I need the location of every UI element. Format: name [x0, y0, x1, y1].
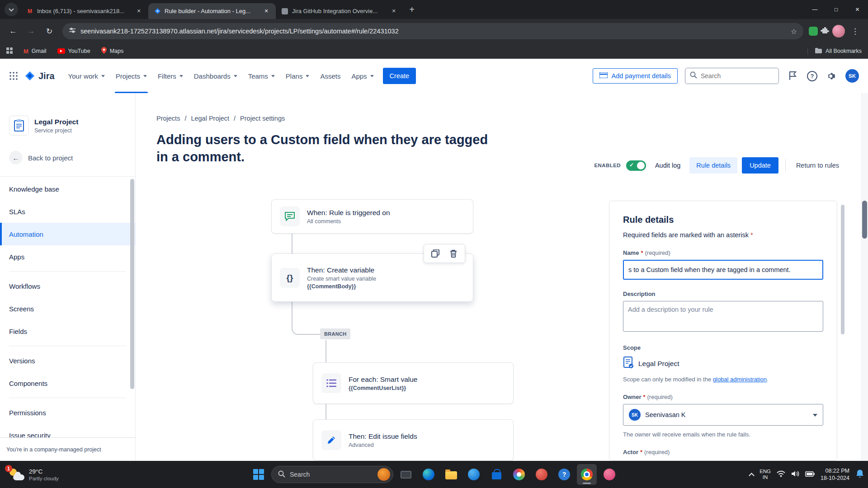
volume-icon[interactable]	[791, 470, 799, 479]
nav-assets[interactable]: Assets	[315, 59, 346, 93]
scope-label: Scope	[623, 344, 823, 351]
forward-button[interactable]: →	[24, 23, 39, 39]
back-button[interactable]: ←	[5, 23, 21, 39]
edit-issue-fields-card[interactable]: Then: Edit issue fields Advanced	[313, 419, 514, 461]
sidebar-item-fields[interactable]: Fields	[0, 320, 135, 343]
tab-close-button[interactable]: ✕	[262, 7, 270, 15]
global-search[interactable]	[685, 68, 779, 84]
weather-widget[interactable]: 1 29°C Partly cloudy	[5, 461, 62, 488]
nav-projects[interactable]: Projects	[110, 59, 152, 93]
address-bar[interactable]: seenivasank218-1725273138970.atlassian.n…	[62, 23, 803, 39]
delete-button[interactable]	[446, 246, 461, 261]
audit-log-button[interactable]: Audit log	[651, 158, 685, 173]
start-button[interactable]	[249, 464, 269, 485]
window-controls: — □ ✕	[804, 0, 868, 19]
bookmark-gmail[interactable]: M Gmail	[24, 48, 47, 55]
sidebar-item-screens[interactable]: Screens	[0, 297, 135, 320]
all-bookmarks-button[interactable]: All Bookmarks	[807, 48, 862, 55]
owner-select[interactable]: SK Seenivasan K	[623, 404, 823, 426]
site-info-icon[interactable]	[69, 27, 76, 36]
language-indicator[interactable]: ENG IN	[760, 469, 771, 480]
rule-name-input[interactable]	[623, 260, 823, 280]
create-button[interactable]: Create	[383, 68, 416, 84]
notifications-icon[interactable]	[855, 469, 864, 480]
global-administration-link[interactable]: global administration	[713, 376, 767, 383]
global-search-input[interactable]	[701, 72, 774, 80]
browser-tab-jira-github[interactable]: Jira GitHub Integration Overvie... ✕	[276, 3, 403, 19]
nav-filters[interactable]: Filters	[152, 59, 189, 93]
add-payment-button[interactable]: Add payment details	[593, 68, 678, 84]
return-to-rules-button[interactable]: Return to rules	[793, 158, 843, 173]
sidebar-item-knowledge-base[interactable]: Knowledge base	[0, 178, 135, 200]
help-icon[interactable]: ?	[554, 464, 574, 485]
bookmark-star-icon[interactable]: ☆	[791, 27, 797, 36]
sidebar-item-components[interactable]: Components	[0, 372, 135, 394]
clock[interactable]: 08:22 PM 18-10-2024	[821, 467, 849, 482]
breadcrumb-project-settings[interactable]: Project settings	[240, 115, 285, 122]
panel-scrollbar[interactable]	[841, 205, 844, 334]
extensions-menu-icon[interactable]	[821, 26, 830, 37]
required-note: Required fields are marked with an aster…	[623, 231, 823, 239]
sidebar-item-slas[interactable]: SLAs	[0, 200, 135, 223]
sidebar-item-apps[interactable]: Apps	[0, 245, 135, 268]
close-button[interactable]: ✕	[847, 0, 868, 19]
file-explorer-icon[interactable]	[441, 464, 461, 485]
edge-icon[interactable]	[419, 464, 439, 485]
blue-app-icon[interactable]	[464, 464, 484, 485]
rule-details-button[interactable]: Rule details	[689, 157, 737, 174]
tab-close-button[interactable]: ✕	[135, 7, 143, 15]
reload-button[interactable]: ↻	[42, 23, 57, 39]
sidebar-item-versions[interactable]: Versions	[0, 349, 135, 372]
sidebar-item-workflows[interactable]: Workflows	[0, 275, 135, 297]
announcements-flag-icon[interactable]	[786, 69, 800, 83]
sidebar-item-automation[interactable]: Automation	[0, 223, 135, 245]
browser-tab-gmail[interactable]: M Inbox (6,713) - seenivasank218... ✕	[21, 3, 148, 19]
tab-search-button[interactable]	[5, 3, 18, 16]
rule-description-input[interactable]	[623, 301, 823, 332]
sidebar-item-permissions[interactable]: Permissions	[0, 401, 135, 424]
new-tab-button[interactable]: +	[405, 3, 419, 16]
battery-icon[interactable]	[805, 470, 815, 479]
nav-dashboards[interactable]: Dashboards	[189, 59, 243, 93]
update-button[interactable]: Update	[742, 157, 778, 174]
nav-apps[interactable]: Apps	[346, 59, 379, 93]
tray-expand-icon[interactable]	[749, 473, 755, 479]
sidebar-scrollbar[interactable]	[130, 179, 134, 389]
enabled-toggle[interactable]: ✓	[626, 160, 646, 171]
chrome-icon[interactable]	[577, 464, 597, 485]
duplicate-button[interactable]	[428, 246, 443, 261]
for-each-card[interactable]: For each: Smart value {{CommentUserList}…	[313, 362, 514, 404]
user-avatar[interactable]: SK	[845, 69, 859, 83]
nav-plans[interactable]: Plans	[280, 59, 315, 93]
tab-close-button[interactable]: ✕	[390, 7, 398, 15]
browser-menu-icon[interactable]: ⋮	[848, 27, 863, 36]
pink-app-icon[interactable]	[599, 464, 619, 485]
jira-logo[interactable]: Jira	[24, 70, 55, 81]
app-switcher-icon[interactable]	[9, 71, 18, 80]
browser-tab-rule-builder[interactable]: Rule builder - Automation - Leg... ✕	[148, 3, 276, 19]
notification-badge: 1	[5, 465, 12, 472]
browser-profile-avatar[interactable]	[832, 25, 845, 38]
extension-icon[interactable]	[809, 27, 818, 36]
trigger-card[interactable]: When: Rule is triggered on All comments	[271, 199, 473, 234]
breadcrumb-legal-project[interactable]: Legal Project	[191, 115, 229, 122]
minimize-button[interactable]: —	[804, 0, 826, 19]
red-app-icon[interactable]	[532, 464, 552, 485]
task-view-icon[interactable]	[396, 464, 416, 485]
page-scrollbar-thumb[interactable]	[862, 201, 867, 239]
store-icon[interactable]	[486, 464, 506, 485]
photos-icon[interactable]	[509, 464, 529, 485]
maximize-button[interactable]: □	[826, 0, 847, 19]
nav-your-work[interactable]: Your work	[63, 59, 110, 93]
breadcrumb-projects[interactable]: Projects	[156, 115, 180, 122]
settings-gear-icon[interactable]	[825, 69, 838, 83]
help-icon[interactable]: ?	[807, 71, 817, 81]
nav-teams[interactable]: Teams	[243, 59, 280, 93]
taskbar-search[interactable]: Search	[271, 466, 393, 483]
page-scrollbar[interactable]	[861, 93, 868, 461]
bookmarks-apps-icon[interactable]	[6, 47, 13, 55]
back-to-project-button[interactable]: ← Back to project	[9, 151, 126, 164]
bookmark-youtube[interactable]: YouTube	[57, 48, 90, 54]
wifi-icon[interactable]	[777, 470, 785, 479]
bookmark-maps[interactable]: Maps	[101, 47, 124, 55]
